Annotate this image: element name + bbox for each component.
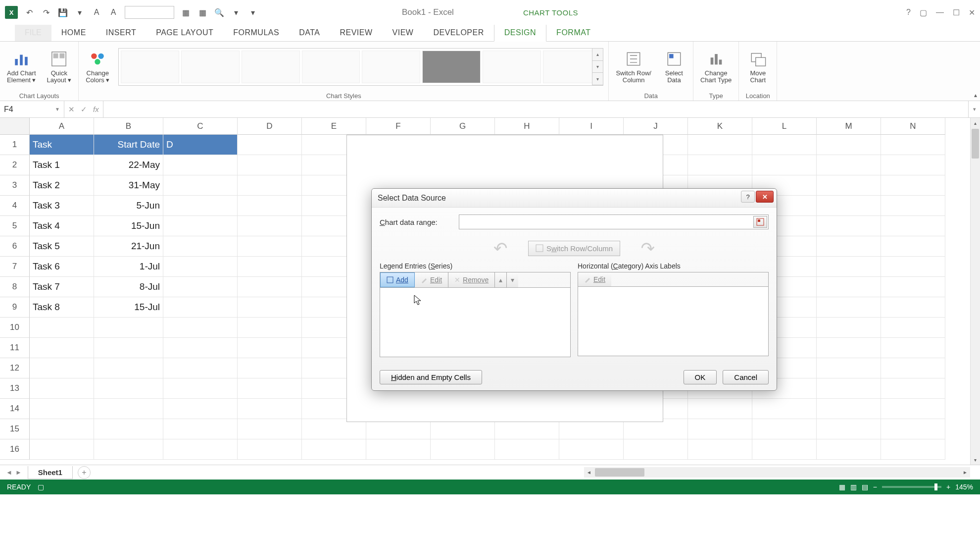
save-button[interactable]: 💾: [57, 7, 68, 18]
cell-L15[interactable]: [752, 419, 817, 439]
cell-N14[interactable]: [881, 399, 945, 419]
cell-B3[interactable]: 31-May: [94, 175, 163, 196]
cell-M4[interactable]: [817, 196, 881, 216]
scroll-up-icon[interactable]: ▴: [971, 118, 980, 128]
cell-D5[interactable]: [238, 216, 302, 236]
cell-A8[interactable]: Task 7: [30, 277, 94, 297]
column-header-G[interactable]: G: [431, 118, 495, 135]
column-headers[interactable]: ABCDEFGHIJKLMN: [30, 118, 970, 135]
cell-B14[interactable]: [94, 399, 163, 419]
cell-L2[interactable]: [752, 155, 817, 175]
column-header-E[interactable]: E: [302, 118, 366, 135]
minimize-icon[interactable]: —: [936, 8, 944, 17]
sheet-nav[interactable]: ◄►: [0, 469, 28, 476]
style-thumb-2[interactable]: [181, 51, 240, 83]
qat-btn-3[interactable]: 🔍: [214, 7, 225, 18]
cell-C6[interactable]: [163, 236, 238, 257]
style-thumb-7[interactable]: [483, 51, 541, 83]
cell-M8[interactable]: [817, 277, 881, 297]
cell-A2[interactable]: Task 1: [30, 155, 94, 175]
cell-I16[interactable]: [559, 439, 624, 460]
tab-design[interactable]: DESIGN: [494, 24, 546, 42]
cell-M6[interactable]: [817, 236, 881, 257]
cell-M1[interactable]: [817, 135, 881, 155]
zoom-level[interactable]: 145%: [955, 483, 973, 491]
column-header-J[interactable]: J: [624, 118, 688, 135]
quick-layout-button[interactable]: Quick Layout ▾: [45, 49, 74, 85]
cell-N1[interactable]: [881, 135, 945, 155]
scroll-left-icon[interactable]: ◄: [584, 470, 594, 475]
switch-row-column-button[interactable]: Switch Row/ Column: [614, 49, 653, 85]
cell-C14[interactable]: [163, 399, 238, 419]
cell-D2[interactable]: [238, 155, 302, 175]
dialog-close-button[interactable]: ✕: [756, 191, 774, 203]
cell-C5[interactable]: [163, 216, 238, 236]
tab-format[interactable]: FORMAT: [546, 24, 600, 41]
cell-B8[interactable]: 8-Jul: [94, 277, 163, 297]
row-header-8[interactable]: 8: [0, 277, 30, 297]
cell-D7[interactable]: [238, 257, 302, 277]
cell-M12[interactable]: [817, 358, 881, 378]
cell-K1[interactable]: [688, 135, 752, 155]
fx-icon[interactable]: fx: [93, 105, 99, 113]
cell-L14[interactable]: [752, 399, 817, 419]
zoom-slider[interactable]: [882, 486, 941, 488]
accept-fx-icon[interactable]: ✓: [81, 105, 87, 114]
row-header-12[interactable]: 12: [0, 358, 30, 378]
cell-C16[interactable]: [163, 439, 238, 460]
cancel-fx-icon[interactable]: ✕: [68, 105, 75, 114]
cell-B16[interactable]: [94, 439, 163, 460]
cell-C1[interactable]: D: [163, 135, 238, 155]
move-chart-button[interactable]: Move Chart: [744, 49, 772, 85]
scroll-right-icon[interactable]: ►: [960, 470, 970, 475]
cell-B10[interactable]: [94, 318, 163, 338]
cell-D1[interactable]: [238, 135, 302, 155]
cell-L16[interactable]: [752, 439, 817, 460]
zoom-in-button[interactable]: +: [946, 483, 950, 491]
row-header-5[interactable]: 5: [0, 216, 30, 236]
cell-D9[interactable]: [238, 297, 302, 318]
column-header-L[interactable]: L: [752, 118, 817, 135]
cell-D16[interactable]: [238, 439, 302, 460]
cell-H15[interactable]: [495, 419, 559, 439]
undo-button[interactable]: ↶: [24, 7, 35, 18]
style-thumb-1[interactable]: [121, 51, 179, 83]
name-box[interactable]: F4▼: [0, 101, 64, 117]
ok-button[interactable]: OK: [684, 370, 717, 384]
cell-K16[interactable]: [688, 439, 752, 460]
cell-D15[interactable]: [238, 419, 302, 439]
tab-review[interactable]: REVIEW: [330, 24, 382, 41]
cell-D3[interactable]: [238, 175, 302, 196]
select-all-corner[interactable]: [0, 118, 30, 135]
cell-B6[interactable]: 21-Jun: [94, 236, 163, 257]
font-dec-button[interactable]: A: [108, 7, 119, 18]
cell-C7[interactable]: [163, 257, 238, 277]
scroll-down-icon[interactable]: ▾: [971, 455, 980, 465]
help-icon[interactable]: ?: [906, 8, 911, 17]
zoom-out-button[interactable]: −: [873, 483, 877, 491]
cell-B5[interactable]: 15-Jun: [94, 216, 163, 236]
cell-C2[interactable]: [163, 155, 238, 175]
cell-D13[interactable]: [238, 378, 302, 399]
cell-L1[interactable]: [752, 135, 817, 155]
cell-A12[interactable]: [30, 358, 94, 378]
cell-A9[interactable]: Task 8: [30, 297, 94, 318]
cell-C10[interactable]: [163, 318, 238, 338]
cell-G15[interactable]: [431, 419, 495, 439]
style-thumb-3[interactable]: [242, 51, 300, 83]
chart-data-range-input[interactable]: [459, 214, 769, 229]
cell-N11[interactable]: [881, 338, 945, 358]
cell-N16[interactable]: [881, 439, 945, 460]
row-header-4[interactable]: 4: [0, 196, 30, 216]
cell-B4[interactable]: 5-Jun: [94, 196, 163, 216]
cell-A6[interactable]: Task 5: [30, 236, 94, 257]
cell-C12[interactable]: [163, 358, 238, 378]
qat-btn-4[interactable]: ▾: [231, 7, 242, 18]
cell-J15[interactable]: [624, 419, 688, 439]
cell-I15[interactable]: [559, 419, 624, 439]
cell-C3[interactable]: [163, 175, 238, 196]
cell-A7[interactable]: Task 6: [30, 257, 94, 277]
cell-M7[interactable]: [817, 257, 881, 277]
range-selector-button[interactable]: [753, 216, 767, 228]
cell-N9[interactable]: [881, 297, 945, 318]
